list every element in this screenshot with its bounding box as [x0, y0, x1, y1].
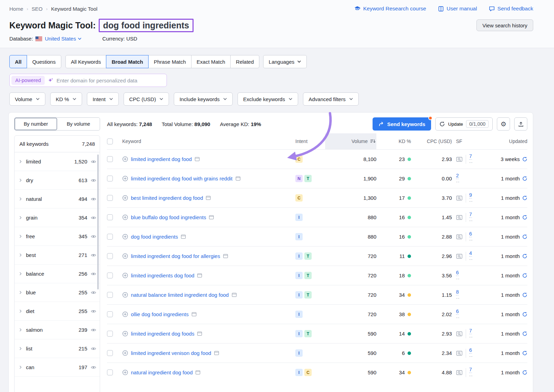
sidebar-group-grain[interactable]: grain 354	[15, 208, 100, 227]
refresh-row-icon[interactable]	[522, 157, 527, 162]
serp-preview-icon[interactable]	[232, 292, 237, 297]
keyword-link[interactable]: limited ingredient dog food for allergie…	[131, 253, 220, 259]
add-keyword-icon[interactable]	[122, 369, 128, 375]
serp-features-count[interactable]: 7	[469, 366, 472, 373]
keyword-link[interactable]: limited ingredient dog food with grains …	[131, 176, 233, 181]
eye-icon[interactable]	[91, 196, 96, 202]
settings-button[interactable]: ⚙	[497, 117, 510, 131]
select-all-checkbox[interactable]	[107, 139, 113, 144]
ads-preview-icon[interactable]	[456, 234, 463, 240]
sidebar-group-balance[interactable]: balance 256	[15, 265, 100, 283]
serp-features-count[interactable]: 7	[469, 211, 472, 218]
keyword-link[interactable]: best limited ingredient dog food	[131, 195, 203, 201]
tab-phrase-match[interactable]: Phrase Match	[148, 55, 191, 68]
row-checkbox[interactable]	[107, 234, 113, 240]
sidebar-group-free[interactable]: free 345	[15, 227, 100, 246]
add-keyword-icon[interactable]	[122, 331, 128, 337]
serp-preview-icon[interactable]	[191, 312, 197, 317]
eye-icon[interactable]	[91, 252, 96, 258]
sidebar-scrollbar[interactable]	[97, 154, 99, 289]
by-volume-toggle[interactable]: By volume	[57, 118, 100, 130]
refresh-row-icon[interactable]	[522, 331, 527, 336]
keyword-link[interactable]: limited ingredient venison dog food	[131, 350, 211, 356]
serp-features-count[interactable]: 9	[469, 192, 472, 198]
add-keyword-icon[interactable]	[122, 156, 128, 162]
row-checkbox[interactable]	[107, 292, 113, 298]
sidebar-group-dry[interactable]: dry 613	[15, 171, 100, 190]
eye-icon[interactable]	[91, 178, 96, 183]
col-sf[interactable]: SF	[456, 139, 462, 144]
filter-cpc-usd[interactable]: CPC (USD)	[124, 92, 169, 106]
tab-all[interactable]: All	[9, 55, 27, 68]
eye-icon[interactable]	[91, 159, 96, 164]
by-number-toggle[interactable]: By number	[15, 118, 57, 130]
row-checkbox[interactable]	[107, 369, 113, 375]
row-checkbox[interactable]	[107, 156, 113, 162]
filter-advanced-filters[interactable]: Advanced filters	[303, 92, 359, 106]
serp-features-count[interactable]: 7	[469, 153, 472, 160]
filter-intent[interactable]: Intent	[87, 92, 119, 106]
breadcrumb-home[interactable]: Home	[9, 6, 23, 12]
tab-broad-match[interactable]: Broad Match	[106, 55, 149, 68]
serp-features-count[interactable]: 7	[469, 328, 472, 334]
row-checkbox[interactable]	[107, 350, 113, 356]
col-updated[interactable]: Updated	[509, 139, 527, 144]
serp-preview-icon[interactable]	[235, 176, 241, 181]
serp-features-count[interactable]: 6	[469, 347, 472, 354]
refresh-row-icon[interactable]	[522, 176, 527, 181]
ads-preview-icon[interactable]	[456, 195, 463, 201]
row-checkbox[interactable]	[107, 331, 113, 337]
refresh-row-icon[interactable]	[522, 292, 527, 297]
tab-all-keywords[interactable]: All Keywords	[65, 55, 107, 68]
serp-features-count[interactable]: 4	[469, 250, 472, 257]
eye-icon[interactable]	[91, 327, 96, 333]
keyword-link[interactable]: natural balance limited ingredient dog f…	[131, 292, 229, 298]
eye-icon[interactable]	[91, 290, 96, 295]
add-keyword-icon[interactable]	[122, 176, 128, 181]
row-checkbox[interactable]	[107, 273, 113, 278]
add-keyword-icon[interactable]	[122, 350, 128, 356]
keyword-link[interactable]: dog food ingredients	[131, 234, 178, 240]
serp-preview-icon[interactable]	[214, 350, 219, 356]
keyword-link[interactable]: natural ingredient dog food	[131, 369, 193, 375]
languages-dropdown[interactable]: Languages	[263, 55, 307, 68]
filter-include-keywords[interactable]: Include keywords	[174, 92, 233, 106]
add-keyword-icon[interactable]	[122, 214, 128, 220]
row-checkbox[interactable]	[107, 253, 113, 259]
sidebar-group-list[interactable]: list 215	[15, 339, 100, 358]
add-keyword-icon[interactable]	[122, 234, 128, 240]
keyword-link[interactable]: limited ingredient dog food	[131, 156, 192, 162]
tab-exact-match[interactable]: Exact Match	[191, 55, 231, 68]
add-keyword-icon[interactable]	[122, 195, 128, 201]
sidebar-group-best[interactable]: best 271	[15, 246, 100, 265]
eye-icon[interactable]	[91, 234, 96, 239]
refresh-row-icon[interactable]	[522, 234, 527, 239]
filter-volume[interactable]: Volume	[9, 92, 45, 106]
export-button[interactable]	[514, 117, 527, 131]
ads-preview-icon[interactable]	[456, 253, 463, 259]
col-intent[interactable]: Intent	[295, 139, 307, 144]
serp-preview-icon[interactable]	[195, 370, 200, 375]
eye-icon[interactable]	[91, 346, 96, 351]
eye-icon[interactable]	[91, 215, 96, 221]
send-keywords-button[interactable]: Send keywords	[373, 117, 431, 131]
row-checkbox[interactable]	[107, 195, 113, 201]
ads-preview-icon[interactable]	[456, 350, 463, 356]
serp-preview-icon[interactable]	[206, 195, 211, 201]
sidebar-group-can[interactable]: can 197	[15, 358, 100, 377]
col-volume-sorted[interactable]: Volume	[325, 133, 376, 149]
row-checkbox[interactable]	[107, 176, 113, 181]
eye-icon[interactable]	[91, 309, 96, 314]
add-keyword-icon[interactable]	[122, 273, 128, 278]
serp-preview-icon[interactable]	[209, 215, 214, 220]
serp-preview-icon[interactable]	[223, 253, 228, 259]
serp-features-count[interactable]: 6	[469, 231, 472, 237]
keyword-link[interactable]: ollie dog food ingredients	[131, 311, 189, 317]
refresh-row-icon[interactable]	[522, 370, 527, 375]
database-selector[interactable]: United States	[45, 36, 82, 42]
domain-input[interactable]	[56, 78, 162, 83]
add-keyword-icon[interactable]	[122, 292, 128, 298]
keyword-link[interactable]: blue buffalo dog food ingredients	[131, 214, 206, 220]
add-keyword-icon[interactable]	[122, 253, 128, 259]
ads-preview-icon[interactable]	[456, 215, 463, 220]
